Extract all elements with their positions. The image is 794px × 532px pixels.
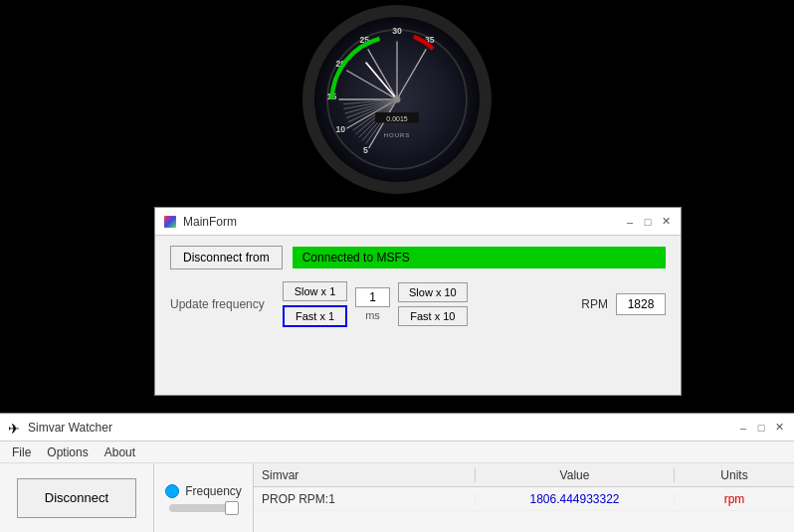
freq-text: Frequency — [185, 484, 242, 498]
svg-text:0.0015: 0.0015 — [386, 115, 407, 122]
gauge-area: 5 10 15 20 25 30 35 — [0, 0, 794, 199]
table-header: Simvar Value Units — [254, 463, 794, 487]
freq-dot — [165, 484, 179, 498]
simvar-table: Simvar Value Units PROP RPM:1 1806.44493… — [254, 463, 794, 532]
mainform-controls: – □ ✕ — [623, 215, 673, 229]
frequency-row: Update frequency Slow x 1 Fast x 1 ms Sl… — [170, 281, 666, 327]
big-disconnect-button[interactable]: Disconnect — [17, 478, 136, 518]
disconnect-panel: Disconnect — [0, 463, 154, 532]
svg-text:30: 30 — [392, 26, 402, 36]
gauge-circle: 5 10 15 20 25 30 35 — [302, 5, 492, 194]
mainform-minimize-button[interactable]: – — [623, 215, 637, 229]
mainform-icon-inner — [164, 216, 176, 228]
rpm-area: RPM 1828 — [581, 293, 666, 315]
svg-point-29 — [394, 96, 401, 103]
svg-text:5: 5 — [363, 145, 368, 155]
mainform-maximize-button[interactable]: □ — [641, 215, 655, 229]
simvar-maximize-button[interactable]: □ — [754, 421, 768, 435]
simvar-controls: – □ ✕ — [736, 421, 786, 435]
svg-line-9 — [368, 49, 397, 99]
freq-buttons-right: Slow x 10 Fast x 10 — [398, 282, 468, 326]
cell-units-0: rpm — [675, 492, 794, 506]
simvar-title-text: Simvar Watcher — [28, 421, 112, 435]
ms-input-group: ms — [355, 287, 390, 321]
svg-text:10: 10 — [335, 124, 345, 134]
freq-indicator: Frequency — [165, 484, 242, 498]
rpm-label: RPM — [581, 297, 608, 311]
simvar-minimize-button[interactable]: – — [736, 421, 750, 435]
mainform-title-text: MainForm — [183, 215, 237, 229]
simvar-icon: ✈ — [8, 421, 22, 435]
fast-x10-button[interactable]: Fast x 10 — [398, 306, 468, 326]
mainform-window: MainForm – □ ✕ Disconnect from Connected… — [154, 207, 682, 396]
frequency-panel: Frequency — [154, 463, 254, 532]
col-header-simvar: Simvar — [254, 468, 476, 482]
table-row: PROP RPM:1 1806.444933322 rpm — [254, 487, 794, 511]
simvar-titlebar: ✈ Simvar Watcher – □ ✕ — [0, 414, 794, 442]
simvar-content: Disconnect Frequency Simvar Value Units … — [0, 463, 794, 532]
simvar-title-left: ✈ Simvar Watcher — [8, 421, 112, 435]
cell-value-0: 1806.444933322 — [476, 492, 675, 506]
mainform-titlebar: MainForm – □ ✕ — [155, 208, 681, 236]
freq-buttons-left: Slow x 1 Fast x 1 — [283, 281, 347, 327]
svg-line-13 — [397, 49, 426, 99]
svg-line-25 — [366, 63, 397, 99]
mainform-title-left: MainForm — [163, 215, 237, 229]
svg-text:HOURS: HOURS — [384, 131, 410, 138]
mainform-content: Disconnect from Connected to MSFS Update… — [155, 236, 681, 337]
freq-slider-thumb[interactable] — [225, 501, 239, 515]
svg-line-7 — [346, 71, 397, 99]
slow-x1-button[interactable]: Slow x 1 — [283, 281, 347, 301]
connection-row: Disconnect from Connected to MSFS — [170, 246, 666, 269]
menu-options[interactable]: Options — [39, 443, 96, 461]
mainform-icon — [163, 215, 177, 229]
col-header-units: Units — [675, 468, 794, 482]
simvar-window: ✈ Simvar Watcher – □ ✕ File Options Abou… — [0, 413, 794, 532]
plane-icon: ✈ — [8, 421, 20, 437]
mainform-close-button[interactable]: ✕ — [659, 215, 673, 229]
ms-input[interactable] — [355, 287, 390, 307]
menubar: File Options About — [0, 442, 794, 463]
disconnect-from-button[interactable]: Disconnect from — [170, 246, 283, 269]
fast-x1-button[interactable]: Fast x 1 — [283, 305, 347, 327]
menu-file[interactable]: File — [4, 443, 39, 461]
ms-label: ms — [365, 309, 380, 321]
col-header-value: Value — [476, 468, 675, 482]
connection-status: Connected to MSFS — [293, 247, 666, 268]
gauge-svg: 5 10 15 20 25 30 35 — [314, 17, 480, 182]
slow-x10-button[interactable]: Slow x 10 — [398, 282, 468, 302]
freq-slider[interactable] — [169, 504, 239, 512]
simvar-close-button[interactable]: ✕ — [772, 421, 786, 435]
menu-about[interactable]: About — [97, 443, 143, 461]
update-frequency-label: Update frequency — [170, 297, 275, 311]
cell-simvar-0: PROP RPM:1 — [254, 492, 476, 506]
rpm-value: 1828 — [616, 293, 666, 315]
